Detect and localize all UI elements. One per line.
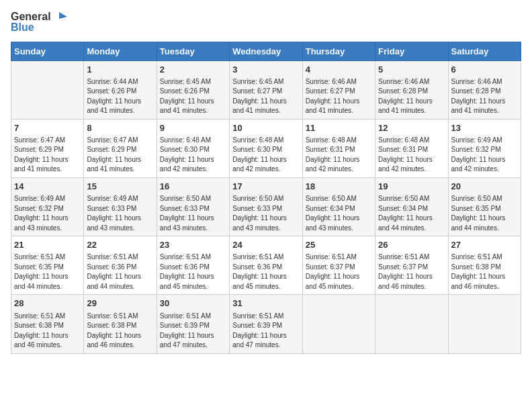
day-number: 6: [451, 64, 518, 76]
calendar-day-header: Thursday: [302, 42, 375, 60]
cell-content: Sunrise: 6:51 AMSunset: 6:36 PMDaylight:…: [87, 253, 153, 291]
calendar-cell: 16Sunrise: 6:50 AMSunset: 6:33 PMDayligh…: [157, 177, 229, 236]
cell-content: Sunrise: 6:51 AMSunset: 6:39 PMDaylight:…: [160, 312, 226, 351]
cell-content: Sunrise: 6:48 AMSunset: 6:31 PMDaylight:…: [306, 136, 372, 175]
calendar-day-header: Tuesday: [157, 42, 229, 60]
calendar-cell: 30Sunrise: 6:51 AMSunset: 6:39 PMDayligh…: [157, 295, 229, 353]
logo: General Blue: [11, 11, 67, 34]
day-number: 19: [378, 181, 445, 193]
calendar-cell: 20Sunrise: 6:50 AMSunset: 6:35 PMDayligh…: [448, 177, 521, 236]
calendar-cell: 11Sunrise: 6:48 AMSunset: 6:31 PMDayligh…: [302, 119, 375, 177]
cell-content: Sunrise: 6:48 AMSunset: 6:30 PMDaylight:…: [160, 136, 226, 175]
cell-content: Sunrise: 6:51 AMSunset: 6:37 PMDaylight:…: [378, 253, 445, 291]
calendar-body: 1Sunrise: 6:44 AMSunset: 6:26 PMDaylight…: [11, 60, 521, 353]
day-number: 1: [87, 64, 153, 76]
calendar-cell: 19Sunrise: 6:50 AMSunset: 6:34 PMDayligh…: [375, 177, 448, 236]
cell-content: Sunrise: 6:46 AMSunset: 6:28 PMDaylight:…: [451, 77, 518, 116]
cell-content: Sunrise: 6:50 AMSunset: 6:33 PMDaylight:…: [160, 194, 226, 233]
calendar-cell: 28Sunrise: 6:51 AMSunset: 6:38 PMDayligh…: [11, 295, 84, 353]
cell-content: Sunrise: 6:50 AMSunset: 6:33 PMDaylight:…: [232, 194, 299, 233]
calendar-cell: 21Sunrise: 6:51 AMSunset: 6:35 PMDayligh…: [11, 236, 84, 295]
day-number: 5: [378, 64, 445, 76]
cell-content: Sunrise: 6:51 AMSunset: 6:36 PMDaylight:…: [232, 253, 299, 291]
calendar-cell: [11, 60, 84, 119]
day-number: 11: [306, 122, 372, 134]
cell-content: Sunrise: 6:50 AMSunset: 6:34 PMDaylight:…: [306, 194, 372, 233]
day-number: 9: [160, 122, 226, 134]
calendar-cell: [302, 295, 375, 353]
calendar-cell: 23Sunrise: 6:51 AMSunset: 6:36 PMDayligh…: [157, 236, 229, 295]
day-number: 10: [232, 122, 299, 134]
cell-content: Sunrise: 6:47 AMSunset: 6:29 PMDaylight:…: [87, 136, 153, 175]
calendar-cell: 12Sunrise: 6:48 AMSunset: 6:31 PMDayligh…: [375, 119, 448, 177]
calendar-cell: 13Sunrise: 6:49 AMSunset: 6:32 PMDayligh…: [448, 119, 521, 177]
svg-marker-0: [59, 12, 67, 19]
calendar-day-header: Saturday: [448, 42, 521, 60]
cell-content: Sunrise: 6:49 AMSunset: 6:33 PMDaylight:…: [87, 194, 153, 233]
calendar-cell: 29Sunrise: 6:51 AMSunset: 6:38 PMDayligh…: [84, 295, 157, 353]
calendar-table: SundayMondayTuesdayWednesdayThursdayFrid…: [11, 42, 521, 354]
cell-content: Sunrise: 6:51 AMSunset: 6:36 PMDaylight:…: [160, 253, 226, 291]
cell-content: Sunrise: 6:45 AMSunset: 6:27 PMDaylight:…: [232, 77, 299, 116]
cell-content: Sunrise: 6:48 AMSunset: 6:30 PMDaylight:…: [232, 136, 299, 175]
calendar-cell: 1Sunrise: 6:44 AMSunset: 6:26 PMDaylight…: [84, 60, 157, 119]
calendar-week-row: 28Sunrise: 6:51 AMSunset: 6:38 PMDayligh…: [11, 295, 521, 353]
cell-content: Sunrise: 6:48 AMSunset: 6:31 PMDaylight:…: [378, 136, 445, 175]
calendar-cell: 25Sunrise: 6:51 AMSunset: 6:37 PMDayligh…: [302, 236, 375, 295]
day-number: 30: [160, 298, 226, 310]
cell-content: Sunrise: 6:51 AMSunset: 6:38 PMDaylight:…: [87, 312, 153, 351]
cell-content: Sunrise: 6:49 AMSunset: 6:32 PMDaylight:…: [14, 194, 81, 233]
calendar-cell: 22Sunrise: 6:51 AMSunset: 6:36 PMDayligh…: [84, 236, 157, 295]
calendar-day-header: Friday: [375, 42, 448, 60]
day-number: 27: [451, 239, 518, 251]
day-number: 26: [378, 239, 445, 251]
calendar-cell: 14Sunrise: 6:49 AMSunset: 6:32 PMDayligh…: [11, 177, 84, 236]
calendar-cell: 31Sunrise: 6:51 AMSunset: 6:39 PMDayligh…: [230, 295, 302, 353]
calendar-cell: [448, 295, 521, 353]
day-number: 16: [160, 181, 226, 193]
day-number: 23: [160, 239, 226, 251]
cell-content: Sunrise: 6:50 AMSunset: 6:35 PMDaylight:…: [451, 194, 518, 233]
day-number: 22: [87, 239, 153, 251]
calendar-week-row: 21Sunrise: 6:51 AMSunset: 6:35 PMDayligh…: [11, 236, 521, 295]
day-number: 25: [306, 239, 372, 251]
day-number: 15: [87, 181, 153, 193]
day-number: 14: [14, 181, 81, 193]
cell-content: Sunrise: 6:49 AMSunset: 6:32 PMDaylight:…: [451, 136, 518, 175]
cell-content: Sunrise: 6:51 AMSunset: 6:38 PMDaylight:…: [451, 253, 518, 291]
calendar-cell: 17Sunrise: 6:50 AMSunset: 6:33 PMDayligh…: [230, 177, 302, 236]
calendar-cell: 18Sunrise: 6:50 AMSunset: 6:34 PMDayligh…: [302, 177, 375, 236]
cell-content: Sunrise: 6:46 AMSunset: 6:28 PMDaylight:…: [378, 77, 445, 116]
day-number: 8: [87, 122, 153, 134]
calendar-week-row: 7Sunrise: 6:47 AMSunset: 6:29 PMDaylight…: [11, 119, 521, 177]
cell-content: Sunrise: 6:44 AMSunset: 6:26 PMDaylight:…: [87, 77, 153, 116]
calendar-cell: 24Sunrise: 6:51 AMSunset: 6:36 PMDayligh…: [230, 236, 302, 295]
calendar-week-row: 14Sunrise: 6:49 AMSunset: 6:32 PMDayligh…: [11, 177, 521, 236]
day-number: 3: [232, 64, 299, 76]
calendar-cell: 9Sunrise: 6:48 AMSunset: 6:30 PMDaylight…: [157, 119, 229, 177]
day-number: 2: [160, 64, 226, 76]
day-number: 7: [14, 122, 81, 134]
cell-content: Sunrise: 6:45 AMSunset: 6:26 PMDaylight:…: [160, 77, 226, 116]
logo-container: General Blue: [11, 11, 67, 34]
day-number: 17: [232, 181, 299, 193]
day-number: 12: [378, 122, 445, 134]
calendar-cell: 27Sunrise: 6:51 AMSunset: 6:38 PMDayligh…: [448, 236, 521, 295]
calendar-cell: 2Sunrise: 6:45 AMSunset: 6:26 PMDaylight…: [157, 60, 229, 119]
day-number: 18: [306, 181, 372, 193]
day-number: 31: [232, 298, 299, 310]
cell-content: Sunrise: 6:51 AMSunset: 6:38 PMDaylight:…: [14, 312, 81, 351]
cell-content: Sunrise: 6:51 AMSunset: 6:37 PMDaylight:…: [306, 253, 372, 291]
calendar-cell: [375, 295, 448, 353]
cell-content: Sunrise: 6:50 AMSunset: 6:34 PMDaylight:…: [378, 194, 445, 233]
day-number: 28: [14, 298, 81, 310]
calendar-cell: 26Sunrise: 6:51 AMSunset: 6:37 PMDayligh…: [375, 236, 448, 295]
calendar-cell: 4Sunrise: 6:46 AMSunset: 6:27 PMDaylight…: [302, 60, 375, 119]
cell-content: Sunrise: 6:51 AMSunset: 6:39 PMDaylight:…: [232, 312, 299, 351]
day-number: 24: [232, 239, 299, 251]
day-number: 13: [451, 122, 518, 134]
day-number: 20: [451, 181, 518, 193]
calendar-day-header: Sunday: [11, 42, 84, 60]
calendar-cell: 7Sunrise: 6:47 AMSunset: 6:29 PMDaylight…: [11, 119, 84, 177]
calendar-header-row: SundayMondayTuesdayWednesdayThursdayFrid…: [11, 42, 521, 60]
